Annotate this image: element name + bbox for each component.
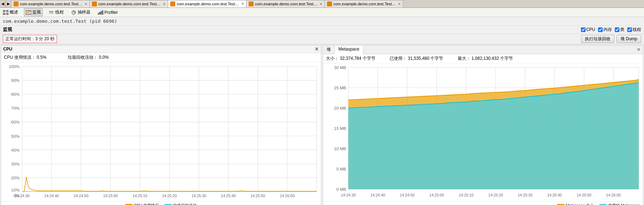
svg-text:14:25:40: 14:25:40 [547,193,562,197]
tab-5[interactable]: com.example.demo.com.test.Test (pid 1432… [325,0,403,8]
uptime-bar: 正常运行时间：3 分 20 秒 执行垃圾回收 堆 Dump [0,34,644,44]
svg-text:14:24:40: 14:24:40 [370,193,385,197]
tab-1[interactable]: com.example.demo.com.test.Test (pid 6696… [11,0,90,8]
svg-rect-11 [98,13,99,15]
heap-used-stat: 已使用： 31,535,480 个字节 [390,56,443,62]
cb-threads-input[interactable] [627,27,632,32]
cb-class-input[interactable] [615,27,619,32]
svg-rect-1 [6,10,9,12]
svg-text:14:25:20: 14:25:20 [162,194,177,198]
svg-rect-3 [6,13,9,15]
svg-text:40%: 40% [11,148,20,152]
svg-text:10%: 10% [11,188,20,193]
cpu-chart-area: 100% 90% 80% 70% 60% 50% 40% 30% 20% 10%… [1,62,321,201]
toolbar-sampler-label: 抽样器 [78,9,90,15]
heap-max-stat: 最大： 1,082,130,432 个字节 [458,56,513,62]
svg-text:14:25:00: 14:25:00 [103,194,118,198]
process-title: com.example.demo.com.test.Test (pid 6696… [0,17,644,26]
heap-chart-legend: Metaspace 大小 使用的 Metaspace [323,201,643,205]
toolbar-sampler[interactable]: 抽样器 [69,9,92,16]
cpu-legend-color-usage [125,204,133,205]
cb-threads-label: 线程 [633,27,641,33]
cpu-panel-close[interactable]: ✕ [315,46,319,52]
cpu-panel: CPU ✕ CPU 使用情况： 0.5% 垃圾回收活动： 0.0% [1,45,321,205]
action-buttons: 执行垃圾回收 堆 Dump [581,35,641,43]
toolbar-overview[interactable]: 概述 [1,9,20,16]
tab-5-label: com.example.demo.com.test.Test (pid 1432… [333,2,396,6]
tab-bar: ◀ ▶ com.example.demo.com.test.Test (pid … [0,0,644,8]
heap-panel-close[interactable]: ✕ [634,46,643,54]
svg-text:14:24:50: 14:24:50 [74,194,89,198]
tab-2[interactable]: com.example.demo.com.test.Test (pid 2845… [90,0,168,8]
overview-icon [3,10,9,15]
tab-5-close[interactable]: ✕ [398,2,401,6]
svg-rect-12 [99,12,100,15]
svg-text:20%: 20% [11,175,20,180]
cpu-panel-header: CPU ✕ [1,46,321,53]
monitor-section-title: 监视 [3,26,12,33]
heap-dump-button[interactable]: 堆 Dump [617,35,641,43]
svg-rect-14 [102,10,103,15]
svg-text:70%: 70% [11,106,20,111]
svg-text:14:24:30: 14:24:30 [341,193,356,197]
svg-text:14:24:50: 14:24:50 [400,193,415,197]
monitor-checkboxes: CPU 内存 类 线程 [581,27,641,33]
profiler-icon [98,10,103,15]
heap-tab-metaspace-label: Metaspace [338,47,359,52]
cb-threads[interactable]: 线程 [627,27,641,33]
cb-memory-input[interactable] [598,27,603,32]
java-icon-5 [327,1,332,6]
svg-text:50%: 50% [11,134,20,138]
gc-button[interactable]: 执行垃圾回收 [581,35,614,43]
cb-cpu[interactable]: CPU [581,27,595,32]
tab-2-close[interactable]: ✕ [163,2,166,6]
svg-text:14:24:30: 14:24:30 [15,194,30,198]
tab-1-close[interactable]: ✕ [84,2,87,6]
svg-text:14:25:20: 14:25:20 [488,193,503,197]
tab-4[interactable]: com.example.demo.com.test.Test (pid 1677… [246,0,325,8]
heap-tab-heap-label: 堆 [327,47,331,52]
cb-memory-label: 内存 [603,27,612,33]
gc-activity-stat: 垃圾回收活动： 0.0% [68,54,109,61]
heap-tab-heap[interactable]: 堆 [323,46,335,54]
toolbar-monitor[interactable]: 监视 [24,8,43,16]
cb-cpu-label: CPU [586,27,595,32]
main-content: CPU ✕ CPU 使用情况： 0.5% 垃圾回收活动： 0.0% [0,44,644,205]
tab-nav-prev[interactable]: ◀ [0,0,6,8]
uptime-text: 正常运行时间：3 分 20 秒 [5,36,54,41]
toolbar-profiler[interactable]: Profiler [96,9,119,16]
cb-cpu-input[interactable] [581,27,586,32]
tab-3[interactable]: com.example.demo.com.test.Test (pid 1604… [168,0,246,8]
toolbar-monitor-label: 监视 [32,9,41,15]
svg-text:14:26:00: 14:26:00 [606,193,621,197]
java-icon-4 [249,1,254,6]
cpu-legend-label-gc: 垃圾回收活动 [173,203,197,205]
svg-text:30%: 30% [11,162,20,166]
toolbar-profiler-label: Profiler [104,10,118,15]
heap-stats: 大小： 32,374,784 个字节 已使用： 31,535,480 个字节 最… [323,54,643,63]
svg-text:60%: 60% [11,120,20,125]
cpu-chart-legend: CPU 使用情况 垃圾回收活动 [1,201,321,205]
svg-rect-15 [1,62,321,201]
tab-1-label: com.example.demo.com.test.Test (pid 6696… [20,2,83,6]
tab-3-label: com.example.demo.com.test.Test (pid 1604… [177,2,240,6]
svg-text:20 MB: 20 MB [334,106,346,110]
tab-4-close[interactable]: ✕ [320,2,322,6]
svg-text:14:25:10: 14:25:10 [133,194,147,198]
svg-text:25 MB: 25 MB [334,85,346,90]
monitor-header: 监视 CPU 内存 类 线程 [0,26,644,34]
tab-nav-next[interactable]: ▶ [6,0,11,8]
tab-3-close[interactable]: ✕ [241,2,244,6]
svg-text:30 MB: 30 MB [334,65,346,70]
heap-tab-metaspace[interactable]: Metaspace [335,46,363,54]
cb-memory[interactable]: 内存 [598,27,612,33]
svg-text:5 MB: 5 MB [336,167,346,171]
cpu-legend-item-gc: 垃圾回收活动 [165,203,197,205]
toolbar-threads[interactable]: 线程 [47,9,65,16]
heap-panel: 堆 Metaspace ✕ 大小： 32,374,784 个字节 已使用： 31… [323,45,643,205]
cpu-legend-color-gc [165,204,172,205]
cb-class[interactable]: 类 [615,27,624,33]
heap-legend-label-used: 使用的 Metaspace [608,203,640,205]
heap-legend-color-size [557,204,564,205]
svg-text:14:25:30: 14:25:30 [192,194,207,198]
